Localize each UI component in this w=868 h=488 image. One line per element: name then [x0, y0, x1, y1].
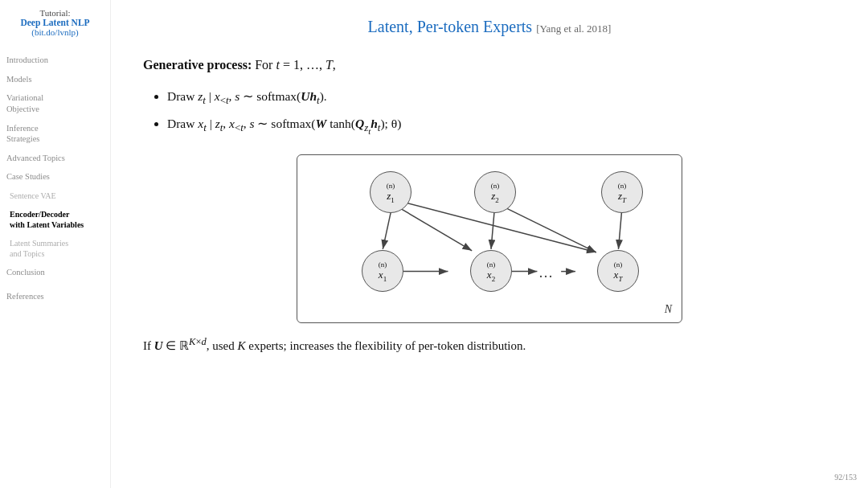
diagram-box: (n) z1 (n) z2 (n) zT	[297, 154, 682, 323]
svg-line-4	[491, 213, 494, 250]
svg-line-6	[618, 213, 621, 250]
generative-process-line: Generative process: For t = 1, …, T,	[143, 54, 836, 76]
node-z1: (n) z1	[370, 171, 411, 213]
title-ref: [Yang et al. 2018]	[536, 23, 611, 35]
sidebar-item-introduction[interactable]: Introduction	[6, 55, 104, 66]
sidebar-item-references[interactable]: References	[6, 291, 104, 302]
sidebar-item-conclusion[interactable]: Conclusion	[6, 267, 104, 278]
sidebar-tutorial: Tutorial: Deep Latent NLP (bit.do/lvnlp)	[6, 8, 104, 37]
tutorial-title: Deep Latent NLP	[6, 18, 104, 27]
main-content: Latent, Per-token Experts [Yang et al. 2…	[111, 0, 868, 488]
node-zT: (n) zT	[601, 171, 643, 213]
sidebar-item-inference[interactable]: InferenceStrategies	[6, 123, 104, 145]
bottom-text: If U ∈ ℝK×d, used K experts; increases t…	[143, 334, 836, 355]
sidebar-item-variational[interactable]: VariationalObjective	[6, 92, 104, 114]
generative-text: For t = 1, …, T,	[255, 58, 336, 72]
sidebar-item-models[interactable]: Models	[6, 74, 104, 85]
svg-line-2	[402, 210, 472, 252]
sidebar: Tutorial: Deep Latent NLP (bit.do/lvnlp)…	[0, 0, 111, 488]
sidebar-item-sentence-vae[interactable]: Sentence VAE	[10, 191, 104, 201]
sidebar-item-advanced[interactable]: Advanced Topics	[6, 153, 104, 164]
node-z2: (n) z2	[474, 171, 516, 213]
sidebar-nav: Introduction Models VariationalObjective…	[6, 55, 104, 301]
tutorial-url: (bit.do/lvnlp)	[6, 27, 104, 37]
sidebar-item-encoder-decoder[interactable]: Encoder/Decoderwith Latent Variables	[10, 209, 104, 230]
tutorial-label: Tutorial:	[6, 8, 104, 18]
svg-line-5	[506, 208, 596, 252]
title-main: Latent, Per-token Experts	[368, 18, 533, 35]
node-x1: (n) x1	[362, 250, 403, 292]
bullet-item-1: Draw zt | x<t, s ∼ softmax(Uht).	[167, 84, 836, 111]
bullet-list: Draw zt | x<t, s ∼ softmax(Uht). Draw xt…	[167, 84, 836, 140]
node-xT: (n) xT	[597, 250, 639, 292]
diagram-N-label: N	[665, 303, 672, 316]
generative-label: Generative process:	[143, 58, 252, 72]
sidebar-item-case-studies[interactable]: Case Studies	[6, 171, 104, 182]
bullet-item-2: Draw xt | zt, x<t, s ∼ softmax(W tanh(Qz…	[167, 111, 836, 140]
node-x2: (n) x2	[470, 250, 512, 292]
page-number: 92/153	[834, 473, 857, 482]
sidebar-item-latent-summaries[interactable]: Latent Summariesand Topics	[10, 238, 104, 259]
diagram-dots: …	[538, 265, 553, 281]
diagram-container: (n) z1 (n) z2 (n) zT	[143, 154, 836, 323]
slide-title: Latent, Per-token Experts [Yang et al. 2…	[143, 18, 836, 36]
svg-line-1	[383, 213, 391, 250]
